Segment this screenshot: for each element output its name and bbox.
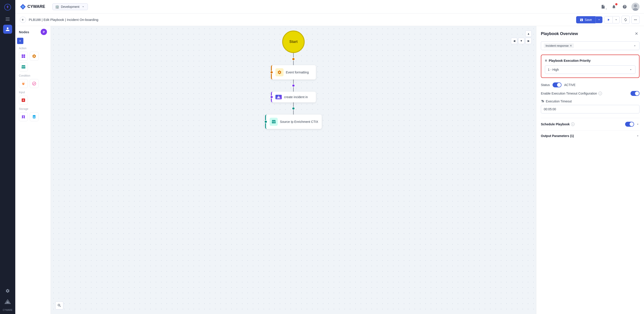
output-parameters-row: Output Parameters (1) <box>541 130 640 141</box>
run-button-group <box>604 16 620 23</box>
event-formatting-icon <box>276 68 284 76</box>
event-formatting-label: Event formatting <box>286 70 309 74</box>
grid-node-icon[interactable] <box>19 52 28 61</box>
nodes-header: Nodes P <box>15 29 50 37</box>
condition-gear-node-icon[interactable] <box>30 79 39 88</box>
nav-left-button[interactable]: ◀ <box>511 38 517 44</box>
action-section-label: Action <box>15 45 50 51</box>
run-button[interactable] <box>604 16 612 23</box>
storage-section-label: Storage <box>15 106 50 111</box>
cyware-logo: CYWARE <box>20 3 45 10</box>
panel-close-button[interactable]: ✕ <box>633 30 640 37</box>
help-button[interactable] <box>621 3 629 11</box>
status-value: ACTIVE <box>564 83 576 87</box>
nav-up-button[interactable]: ▲ <box>525 30 532 37</box>
app-logo[interactable] <box>3 3 12 12</box>
input-node-icon[interactable] <box>19 96 28 105</box>
output-chevron-icon[interactable] <box>636 134 640 138</box>
status-row: Status ACTIVE <box>541 82 640 87</box>
schedule-playbook-row: Schedule Playbook i <box>541 118 640 130</box>
toolbar-actions: Save <box>576 16 640 24</box>
database-node-icon[interactable] <box>30 112 39 121</box>
user-avatar[interactable] <box>632 3 640 11</box>
source-ip-label: Source Ip Enrichment CTIX <box>280 120 318 124</box>
save-dropdown-button[interactable] <box>596 16 602 23</box>
right-panel: Playbook Overview ✕ Incident response ✕ <box>536 26 644 314</box>
save-button[interactable]: Save <box>576 16 596 23</box>
priority-value: 1 - High <box>548 68 559 71</box>
tag-chevron-icon <box>633 44 636 48</box>
schedule-right <box>625 122 640 127</box>
fork-node-icon[interactable] <box>19 79 28 88</box>
execution-timeout-input[interactable] <box>541 105 640 113</box>
sidebar-item-settings[interactable] <box>3 286 12 295</box>
schedule-playbook-label: Schedule Playbook i <box>541 122 574 126</box>
expand-collapse-button[interactable] <box>17 38 23 44</box>
breadcrumb-bar: PLB188 | Edit Playbook | Incident On-boa… <box>15 13 644 26</box>
output-parameters-label: Output Parameters (1) <box>541 134 574 138</box>
env-name: Development <box>61 5 80 8</box>
priority-icon: ≡ <box>545 59 547 63</box>
zoom-controls <box>55 302 63 310</box>
schedule-toggle[interactable] <box>625 122 634 127</box>
nodes-panel: Nodes P Action Condition <box>15 26 51 314</box>
svg-point-9 <box>634 4 637 7</box>
create-incident-label: create incident in <box>284 95 308 99</box>
execution-timeout-label: Execution Timeout <box>541 99 640 103</box>
condition-section-label: Condition <box>15 72 50 78</box>
chevron-down-icon <box>81 5 85 8</box>
nav-right-button[interactable]: ▶ <box>525 38 532 44</box>
chip-node-icon[interactable] <box>19 112 28 121</box>
start-node[interactable]: Start <box>282 30 305 53</box>
p-badge: P <box>41 29 47 35</box>
incident-response-tag: Incident response ✕ <box>544 43 574 48</box>
nav-down-button[interactable]: ▼ <box>518 38 524 44</box>
run-dropdown-button[interactable] <box>612 17 620 23</box>
priority-section: ≡ Playbook Execution Priority 1 - High <box>541 54 640 78</box>
gear-node-icon[interactable] <box>30 52 39 61</box>
schedule-info-icon[interactable]: i <box>571 122 574 126</box>
panel-title: Playbook Overview <box>541 31 578 36</box>
zoom-search-button[interactable] <box>55 302 63 310</box>
back-button[interactable] <box>20 17 26 23</box>
execution-timeout-info-icon[interactable]: i <box>598 92 602 95</box>
input-section-label: Input <box>15 89 50 95</box>
notifications-button[interactable] <box>610 3 618 11</box>
table-node-icon[interactable] <box>19 62 28 71</box>
priority-chevron-icon <box>629 68 632 71</box>
tag-select-field[interactable]: Incident response ✕ <box>541 41 640 50</box>
svg-rect-3 <box>6 20 10 21</box>
tag-section: Incident response ✕ <box>541 41 640 50</box>
tag-close-button[interactable]: ✕ <box>570 44 572 47</box>
cyware-logo-bottom <box>3 297 12 306</box>
canvas-nav-arrows: ▲ ◀ ▼ ▶ <box>511 30 532 44</box>
svg-rect-2 <box>6 19 10 19</box>
priority-select[interactable]: 1 - High <box>545 65 636 74</box>
status-toggle[interactable] <box>552 82 562 87</box>
panel-header: Playbook Overview ✕ <box>541 30 640 37</box>
more-options-button[interactable] <box>632 16 640 24</box>
source-ip-icon <box>270 118 278 126</box>
execution-timeout-config-label: Enable Execution Timeout Configuration i <box>541 92 602 95</box>
priority-section-title: ≡ Playbook Execution Priority <box>545 59 636 63</box>
environment-selector[interactable]: 🏢 Development <box>52 3 88 10</box>
sidebar-item-users[interactable] <box>3 25 12 34</box>
execution-timeout-config-row: Enable Execution Timeout Configuration i <box>541 91 640 96</box>
cyware-mini-logo <box>276 95 282 99</box>
start-node-label: Start <box>290 40 298 44</box>
app-sidebar: CYWARE <box>0 0 15 314</box>
hamburger-menu[interactable] <box>3 15 12 23</box>
docs-button[interactable] <box>599 3 607 11</box>
canvas-wrapper: Nodes P Action Condition <box>15 26 644 314</box>
save-button-group: Save <box>576 16 602 23</box>
canvas-area[interactable]: ▲ ◀ ▼ ▶ Start <box>51 26 536 314</box>
breadcrumb: PLB188 | Edit Playbook | Incident On-boa… <box>29 18 98 21</box>
create-incident-node[interactable]: create incident in <box>271 92 316 102</box>
svg-rect-1 <box>6 17 10 18</box>
event-formatting-node[interactable]: Event formatting <box>271 65 316 79</box>
execution-timeout-toggle[interactable] <box>630 91 640 96</box>
source-ip-node[interactable]: Source Ip Enrichment CTIX <box>265 115 322 129</box>
schedule-chevron-icon[interactable] <box>636 122 640 126</box>
execution-timeout-section: Execution Timeout <box>541 99 640 113</box>
refresh-button[interactable] <box>622 16 630 24</box>
